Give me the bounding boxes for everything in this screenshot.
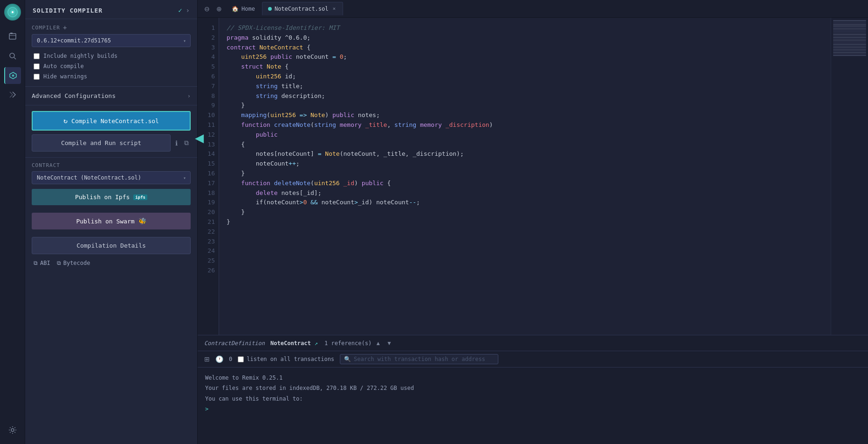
share-icon[interactable]: ↗ bbox=[315, 340, 318, 347]
info-bar: ContractDefinition NoteContract ↗ 1 refe… bbox=[198, 335, 868, 351]
compiler-version-select[interactable]: 0.6.12+commit.27d51765 bbox=[32, 34, 191, 47]
terminal-area: ⊞ 🕐 0 listen on all transactions 🔍 Welco… bbox=[198, 351, 868, 444]
refs-down-button[interactable]: ▼ bbox=[385, 339, 394, 347]
sidebar-header-icons: ✓ › bbox=[178, 7, 190, 14]
sidebar-item-deploy[interactable] bbox=[4, 87, 21, 104]
contract-select-wrapper: NoteContract (NoteContract.sol) ▾ bbox=[32, 171, 191, 184]
abi-bytecode-row: ⧉ ABI ⧉ Bytecode bbox=[34, 258, 191, 268]
include-nightly-checkbox[interactable] bbox=[34, 53, 40, 59]
tab-home-label: Home bbox=[241, 6, 255, 12]
sidebar-panel: SOLIDITY COMPILER ✓ › COMPILER + 0.6.12+… bbox=[25, 0, 198, 444]
bytecode-label: Bytecode bbox=[63, 260, 90, 266]
contract-definition-label: ContractDefinition bbox=[204, 340, 265, 347]
abi-icon: ⧉ bbox=[34, 260, 38, 266]
code-container: 12345 678910 1112131415 1617181920 21222… bbox=[198, 18, 868, 335]
compile-run-row: Compile and Run script ℹ ⧉ bbox=[32, 134, 191, 152]
terminal-prompt-icon: > bbox=[205, 406, 208, 412]
terminal-clock-button[interactable]: 🕐 bbox=[215, 355, 223, 363]
auto-compile-row: Auto compile bbox=[34, 61, 191, 71]
tab-close-button[interactable]: × bbox=[331, 5, 338, 12]
compile-run-copy-button[interactable]: ⧉ bbox=[182, 137, 191, 149]
compiler-label: COMPILER + bbox=[32, 24, 191, 31]
terminal-count-label: 0 bbox=[229, 356, 232, 362]
sidebar-item-files[interactable] bbox=[4, 28, 21, 45]
compilation-details-button[interactable]: Compilation Details bbox=[32, 237, 191, 254]
contract-section: CONTRACT NoteContract (NoteContract.sol)… bbox=[25, 157, 197, 273]
refs-count-label: 1 reference(s) bbox=[324, 340, 372, 347]
editor-area: 12345 678910 1112131415 1617181920 21222… bbox=[198, 18, 868, 444]
home-icon: 🏠 bbox=[232, 6, 239, 12]
listen-all-label[interactable]: listen on all transactions bbox=[247, 356, 334, 362]
svg-point-9 bbox=[11, 429, 14, 431]
terminal-filter-button[interactable]: ⊞ bbox=[204, 355, 210, 363]
terminal-line-welcome: Welcome to Remix 0.25.1 bbox=[205, 373, 861, 382]
bytecode-icon: ⧉ bbox=[57, 260, 61, 266]
svg-point-2 bbox=[12, 11, 14, 13]
app-logo bbox=[4, 4, 21, 21]
advanced-config-row[interactable]: Advanced Configurations › bbox=[25, 86, 197, 105]
svg-point-8 bbox=[12, 75, 14, 77]
refs-up-button[interactable]: ▲ bbox=[373, 339, 383, 347]
tab-notecontract-label: NoteContract.sol bbox=[275, 6, 329, 12]
svg-rect-3 bbox=[9, 34, 16, 39]
compiler-section: COMPILER + 0.6.12+commit.27d51765 ▾ Incl… bbox=[25, 19, 197, 86]
contract-definition-name: NoteContract bbox=[270, 340, 311, 347]
terminal-toolbar: ⊞ 🕐 0 listen on all transactions 🔍 bbox=[198, 351, 868, 368]
sidebar-header: SOLIDITY COMPILER ✓ › bbox=[25, 0, 197, 19]
sidebar-item-search[interactable] bbox=[4, 48, 21, 64]
compiler-add-icon[interactable]: + bbox=[63, 24, 67, 31]
publish-swarm-label: Publish on Swarm bbox=[76, 218, 134, 225]
main-content: ⊖ ⊕ 🏠 Home NoteContract.sol × 12345 6789… bbox=[198, 0, 868, 444]
hide-warnings-label[interactable]: Hide warnings bbox=[43, 73, 87, 80]
svg-point-5 bbox=[10, 53, 14, 58]
icon-sidebar bbox=[0, 0, 25, 444]
info-bar-left: ContractDefinition NoteContract ↗ bbox=[204, 340, 318, 347]
publish-ipfs-button[interactable]: Publish on Ipfs ipfs bbox=[32, 189, 191, 205]
bytecode-item[interactable]: ⧉ Bytecode bbox=[57, 260, 90, 266]
include-nightly-label[interactable]: Include nightly builds bbox=[43, 53, 117, 59]
compile-button[interactable]: ↻ Compile NoteContract.sol bbox=[32, 111, 191, 131]
tab-notecontract[interactable]: NoteContract.sol × bbox=[262, 2, 343, 15]
terminal-search-icon: 🔍 bbox=[344, 356, 351, 362]
contract-label: CONTRACT bbox=[32, 162, 191, 168]
terminal-prompt-line: > bbox=[205, 404, 861, 414]
sidebar-item-settings-bottom[interactable] bbox=[4, 422, 21, 438]
hide-warnings-row: Hide warnings bbox=[34, 71, 191, 82]
include-nightly-row: Include nightly builds bbox=[34, 51, 191, 61]
auto-compile-label[interactable]: Auto compile bbox=[43, 63, 84, 69]
hide-warnings-checkbox[interactable] bbox=[34, 74, 40, 80]
terminal-content: Welcome to Remix 0.25.1 Your files are s… bbox=[198, 368, 868, 420]
sidebar-item-compiler[interactable] bbox=[4, 67, 21, 84]
publish-swarm-button[interactable]: Publish on Swarm 🐝 bbox=[32, 213, 191, 229]
publish-ipfs-label: Publish on Ipfs bbox=[75, 194, 130, 201]
header-chevron-icon[interactable]: › bbox=[186, 7, 190, 14]
mini-map bbox=[831, 18, 868, 335]
compile-run-button[interactable]: Compile and Run script bbox=[32, 134, 171, 152]
compile-run-info-button[interactable]: ℹ bbox=[173, 138, 179, 149]
compiler-version-wrapper: 0.6.12+commit.27d51765 ▾ bbox=[32, 34, 191, 47]
terminal-line-storage: Your files are stored in indexedDB, 270.… bbox=[205, 383, 861, 393]
advanced-config-arrow-icon: › bbox=[187, 93, 191, 99]
compile-buttons-section: ↻ Compile NoteContract.sol Compile and R… bbox=[25, 105, 197, 157]
header-check-icon[interactable]: ✓ bbox=[178, 7, 182, 14]
terminal-line-usage: You can use this terminal to: bbox=[205, 394, 861, 403]
contract-select[interactable]: NoteContract (NoteContract.sol) bbox=[32, 171, 191, 184]
terminal-search-box: 🔍 bbox=[340, 354, 498, 364]
tab-modified-dot bbox=[268, 7, 272, 11]
auto-compile-checkbox[interactable] bbox=[34, 63, 40, 69]
terminal-search-input[interactable] bbox=[354, 356, 494, 362]
ipfs-badge: ipfs bbox=[133, 194, 147, 200]
tab-home[interactable]: 🏠 Home bbox=[226, 2, 261, 15]
zoom-in-button[interactable]: ⊕ bbox=[214, 3, 225, 14]
svg-rect-4 bbox=[10, 33, 13, 34]
sidebar-title: SOLIDITY COMPILER bbox=[33, 7, 103, 14]
compile-button-label: Compile NoteContract.sol bbox=[71, 118, 159, 125]
compile-refresh-icon: ↻ bbox=[63, 117, 68, 125]
abi-item[interactable]: ⧉ ABI bbox=[34, 260, 50, 266]
abi-label: ABI bbox=[40, 260, 50, 266]
code-editor[interactable]: // SPDX-License-Identifier: MIT pragma s… bbox=[219, 18, 831, 335]
listen-all-checkbox[interactable] bbox=[238, 356, 244, 362]
zoom-out-button[interactable]: ⊖ bbox=[201, 3, 213, 14]
advanced-config-label: Advanced Configurations bbox=[32, 92, 116, 99]
swarm-icon: 🐝 bbox=[138, 217, 146, 225]
